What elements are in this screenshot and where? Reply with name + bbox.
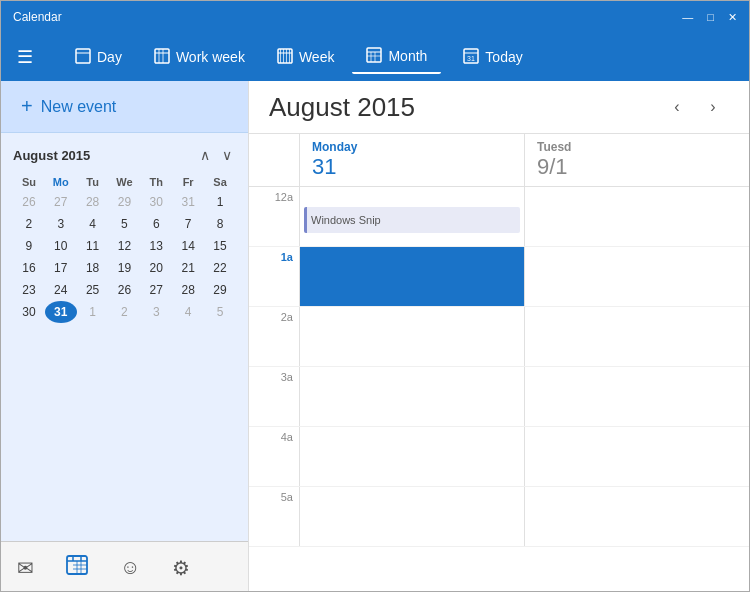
plus-icon: + — [21, 95, 33, 118]
mini-cal-day[interactable]: 28 — [77, 191, 109, 213]
nav-month-button[interactable]: Month — [352, 41, 441, 74]
mini-cal-day[interactable]: 2 — [109, 301, 141, 323]
main-layout: + New event August 2015 ∧ ∨ Su Mo Tu We — [1, 81, 749, 592]
mini-cal-day[interactable]: 15 — [204, 235, 236, 257]
cal-nav-arrows[interactable]: ‹ › — [661, 91, 729, 123]
mini-cal-day[interactable]: 4 — [77, 213, 109, 235]
time-cell-1a-monday[interactable] — [299, 247, 524, 306]
nav-workweek-button[interactable]: Work week — [140, 42, 259, 73]
time-cell-4a-tuesday[interactable] — [524, 427, 749, 486]
nav-week-button[interactable]: Week — [263, 42, 349, 73]
mini-cal-day[interactable]: 11 — [77, 235, 109, 257]
time-cell-12a-monday[interactable]: Windows Snip — [299, 187, 524, 246]
time-row-12a: 12a Windows Snip — [249, 187, 749, 247]
mini-cal-day[interactable]: 16 — [13, 257, 45, 279]
mini-cal-day[interactable]: 26 — [13, 191, 45, 213]
mini-cal-day[interactable]: 3 — [140, 301, 172, 323]
close-button[interactable]: ✕ — [728, 11, 737, 24]
mini-cal-day[interactable]: 29 — [109, 191, 141, 213]
col-header-sa: Sa — [204, 173, 236, 191]
mini-cal-day[interactable]: 2 — [13, 213, 45, 235]
time-cell-3a-tuesday[interactable] — [524, 367, 749, 426]
mini-cal-day[interactable]: 8 — [204, 213, 236, 235]
mini-cal-day[interactable]: 21 — [172, 257, 204, 279]
today-icon: 31 — [463, 48, 479, 67]
settings-icon[interactable]: ⚙ — [172, 556, 190, 580]
svg-text:31: 31 — [467, 55, 475, 62]
app-title: Calendar — [13, 10, 62, 24]
mini-cal-nav[interactable]: ∧ ∨ — [196, 145, 236, 165]
minimize-button[interactable]: — — [682, 11, 693, 24]
calendar-icon[interactable] — [66, 554, 88, 581]
mini-cal-day[interactable]: 20 — [140, 257, 172, 279]
col-header-tu: Tu — [77, 173, 109, 191]
mini-cal-day[interactable]: 24 — [45, 279, 77, 301]
mini-cal-day[interactable]: 10 — [45, 235, 77, 257]
time-label-5a: 5a — [249, 487, 299, 546]
mini-cal-day[interactable]: 28 — [172, 279, 204, 301]
mini-cal-day[interactable]: 27 — [140, 279, 172, 301]
cal-next-arrow[interactable]: › — [697, 91, 729, 123]
mini-cal-day[interactable]: 31 — [45, 301, 77, 323]
time-cell-2a-monday[interactable] — [299, 307, 524, 366]
mini-cal-day[interactable]: 1 — [77, 301, 109, 323]
col-header-th: Th — [140, 173, 172, 191]
windows-snip-event[interactable]: Windows Snip — [304, 207, 520, 233]
col-header-su: Su — [13, 173, 45, 191]
time-row-3a: 3a — [249, 367, 749, 427]
mini-cal-day[interactable]: 27 — [45, 191, 77, 213]
mini-cal-day[interactable]: 6 — [140, 213, 172, 235]
mini-cal-day[interactable]: 14 — [172, 235, 204, 257]
mini-cal-day[interactable]: 17 — [45, 257, 77, 279]
nav-week-label: Week — [299, 49, 335, 65]
mini-cal-day[interactable]: 23 — [13, 279, 45, 301]
people-icon[interactable]: ☺ — [120, 556, 140, 579]
time-cell-3a-monday[interactable] — [299, 367, 524, 426]
mini-cal-day[interactable]: 31 — [172, 191, 204, 213]
mini-cal-day[interactable]: 25 — [77, 279, 109, 301]
time-gutter-header — [249, 134, 299, 186]
mini-calendar: August 2015 ∧ ∨ Su Mo Tu We Th Fr Sa — [1, 133, 248, 335]
window-controls[interactable]: — □ ✕ — [682, 11, 737, 24]
time-cell-2a-tuesday[interactable] — [524, 307, 749, 366]
nav-today-label: Today — [485, 49, 522, 65]
nav-workweek-label: Work week — [176, 49, 245, 65]
maximize-button[interactable]: □ — [707, 11, 714, 24]
cal-prev-arrow[interactable]: ‹ — [661, 91, 693, 123]
mini-cal-day[interactable]: 13 — [140, 235, 172, 257]
mini-cal-day[interactable]: 19 — [109, 257, 141, 279]
calendar-content: August 2015 ‹ › Monday 31 Tuesd 9/1 12a — [249, 81, 749, 592]
mini-cal-day[interactable]: 7 — [172, 213, 204, 235]
mini-cal-day[interactable]: 26 — [109, 279, 141, 301]
time-cell-4a-monday[interactable] — [299, 427, 524, 486]
time-label-4a: 4a — [249, 427, 299, 486]
mini-cal-day[interactable]: 18 — [77, 257, 109, 279]
nav-day-button[interactable]: Day — [61, 42, 136, 73]
mini-cal-day[interactable]: 22 — [204, 257, 236, 279]
mini-cal-day[interactable]: 1 — [204, 191, 236, 213]
time-label-3a: 3a — [249, 367, 299, 426]
mini-cal-next[interactable]: ∨ — [218, 145, 236, 165]
mini-cal-day[interactable]: 12 — [109, 235, 141, 257]
mini-cal-day[interactable]: 9 — [13, 235, 45, 257]
mini-cal-day[interactable]: 3 — [45, 213, 77, 235]
mini-cal-day[interactable]: 5 — [109, 213, 141, 235]
mini-cal-prev[interactable]: ∧ — [196, 145, 214, 165]
tuesday-number: 9/1 — [537, 154, 737, 180]
day-columns-header: Monday 31 Tuesd 9/1 — [249, 134, 749, 187]
time-grid[interactable]: 12a Windows Snip 1a 2a 3a — [249, 187, 749, 592]
mini-cal-day[interactable]: 4 — [172, 301, 204, 323]
hamburger-button[interactable]: ☰ — [9, 38, 41, 76]
mini-cal-day[interactable]: 5 — [204, 301, 236, 323]
mini-cal-day[interactable]: 29 — [204, 279, 236, 301]
new-event-button[interactable]: + New event — [1, 81, 248, 133]
nav-today-button[interactable]: 31 Today — [449, 42, 536, 73]
workweek-icon — [154, 48, 170, 67]
time-cell-12a-tuesday[interactable] — [524, 187, 749, 246]
time-cell-5a-monday[interactable] — [299, 487, 524, 546]
time-cell-5a-tuesday[interactable] — [524, 487, 749, 546]
time-cell-1a-tuesday[interactable] — [524, 247, 749, 306]
mini-cal-day[interactable]: 30 — [140, 191, 172, 213]
mini-cal-day[interactable]: 30 — [13, 301, 45, 323]
mail-icon[interactable]: ✉ — [17, 556, 34, 580]
